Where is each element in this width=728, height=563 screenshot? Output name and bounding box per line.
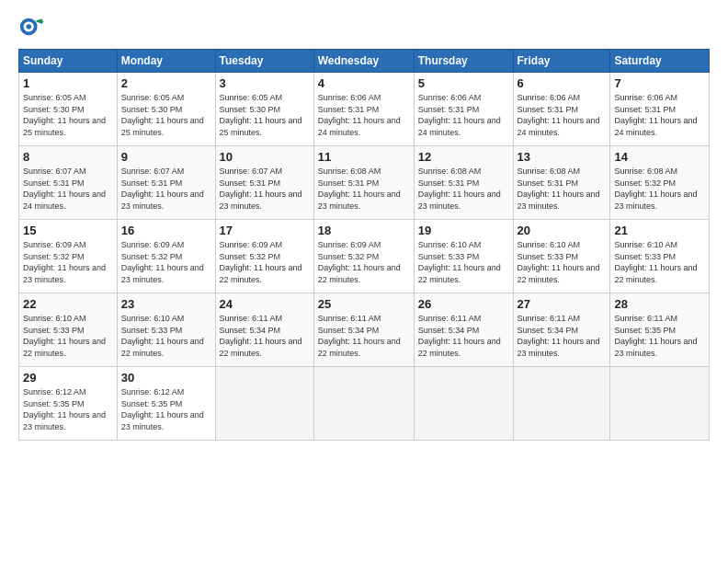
day-number: 5 <box>418 76 509 90</box>
day-header: Thursday <box>414 50 513 73</box>
header <box>18 14 710 40</box>
day-number: 7 <box>614 76 705 90</box>
day-info: Sunrise: 6:11 AMSunset: 5:34 PMDaylight:… <box>318 314 401 358</box>
day-number: 15 <box>23 224 113 237</box>
calendar-cell <box>610 367 710 441</box>
calendar-cell: 5 Sunrise: 6:06 AMSunset: 5:31 PMDayligh… <box>414 73 513 146</box>
day-number: 25 <box>318 297 410 311</box>
day-number: 28 <box>614 297 705 311</box>
day-number: 24 <box>220 297 310 311</box>
header-row: SundayMondayTuesdayWednesdayThursdayFrid… <box>19 50 710 73</box>
calendar-cell: 24 Sunrise: 6:11 AMSunset: 5:34 PMDaylig… <box>215 293 313 367</box>
day-info: Sunrise: 6:10 AMSunset: 5:33 PMDaylight:… <box>23 314 106 358</box>
calendar-cell: 10 Sunrise: 6:07 AMSunset: 5:31 PMDaylig… <box>215 146 313 220</box>
day-number: 17 <box>220 224 310 237</box>
day-info: Sunrise: 6:05 AMSunset: 5:30 PMDaylight:… <box>220 93 302 137</box>
day-info: Sunrise: 6:12 AMSunset: 5:35 PMDaylight:… <box>121 387 204 431</box>
day-info: Sunrise: 6:10 AMSunset: 5:33 PMDaylight:… <box>121 314 204 358</box>
calendar-cell: 8 Sunrise: 6:07 AMSunset: 5:31 PMDayligh… <box>19 146 118 220</box>
calendar-table: SundayMondayTuesdayWednesdayThursdayFrid… <box>18 49 710 441</box>
calendar-cell: 25 Sunrise: 6:11 AMSunset: 5:34 PMDaylig… <box>313 293 414 367</box>
day-info: Sunrise: 6:10 AMSunset: 5:33 PMDaylight:… <box>418 240 501 284</box>
week-row: 22 Sunrise: 6:10 AMSunset: 5:33 PMDaylig… <box>19 293 710 367</box>
day-number: 22 <box>23 297 113 311</box>
logo-icon <box>18 14 44 40</box>
calendar-cell: 19 Sunrise: 6:10 AMSunset: 5:33 PMDaylig… <box>414 220 513 293</box>
calendar-cell: 22 Sunrise: 6:10 AMSunset: 5:33 PMDaylig… <box>19 293 118 367</box>
day-number: 14 <box>614 150 705 164</box>
day-header: Wednesday <box>313 50 414 73</box>
day-info: Sunrise: 6:07 AMSunset: 5:31 PMDaylight:… <box>220 167 302 211</box>
day-number: 10 <box>220 150 310 164</box>
calendar-cell: 16 Sunrise: 6:09 AMSunset: 5:32 PMDaylig… <box>117 220 215 293</box>
day-info: Sunrise: 6:11 AMSunset: 5:34 PMDaylight:… <box>220 314 302 358</box>
day-number: 21 <box>614 224 705 237</box>
day-info: Sunrise: 6:10 AMSunset: 5:33 PMDaylight:… <box>518 240 600 284</box>
calendar-cell: 13 Sunrise: 6:08 AMSunset: 5:31 PMDaylig… <box>513 146 610 220</box>
day-number: 13 <box>518 150 607 164</box>
calendar-cell: 7 Sunrise: 6:06 AMSunset: 5:31 PMDayligh… <box>610 73 710 146</box>
day-number: 16 <box>121 224 211 237</box>
day-info: Sunrise: 6:11 AMSunset: 5:35 PMDaylight:… <box>614 314 697 358</box>
day-number: 6 <box>518 76 607 90</box>
day-info: Sunrise: 6:10 AMSunset: 5:33 PMDaylight:… <box>614 240 697 284</box>
calendar-cell: 21 Sunrise: 6:10 AMSunset: 5:33 PMDaylig… <box>610 220 710 293</box>
day-number: 23 <box>121 297 211 311</box>
calendar-cell: 20 Sunrise: 6:10 AMSunset: 5:33 PMDaylig… <box>513 220 610 293</box>
day-info: Sunrise: 6:08 AMSunset: 5:31 PMDaylight:… <box>318 167 401 211</box>
day-number: 12 <box>418 150 509 164</box>
day-number: 18 <box>318 224 410 237</box>
day-header: Friday <box>513 50 610 73</box>
calendar-cell: 17 Sunrise: 6:09 AMSunset: 5:32 PMDaylig… <box>215 220 313 293</box>
day-info: Sunrise: 6:08 AMSunset: 5:31 PMDaylight:… <box>418 167 501 211</box>
day-number: 8 <box>23 150 113 164</box>
day-info: Sunrise: 6:07 AMSunset: 5:31 PMDaylight:… <box>23 167 106 211</box>
day-number: 20 <box>518 224 607 237</box>
day-info: Sunrise: 6:09 AMSunset: 5:32 PMDaylight:… <box>23 240 106 284</box>
calendar-cell: 11 Sunrise: 6:08 AMSunset: 5:31 PMDaylig… <box>313 146 414 220</box>
day-info: Sunrise: 6:09 AMSunset: 5:32 PMDaylight:… <box>220 240 302 284</box>
day-number: 2 <box>121 76 211 90</box>
day-number: 3 <box>220 76 310 90</box>
calendar-cell: 6 Sunrise: 6:06 AMSunset: 5:31 PMDayligh… <box>513 73 610 146</box>
day-info: Sunrise: 6:11 AMSunset: 5:34 PMDaylight:… <box>418 314 501 358</box>
calendar-cell: 4 Sunrise: 6:06 AMSunset: 5:31 PMDayligh… <box>313 73 414 146</box>
week-row: 1 Sunrise: 6:05 AMSunset: 5:30 PMDayligh… <box>19 73 710 146</box>
day-info: Sunrise: 6:07 AMSunset: 5:31 PMDaylight:… <box>121 167 204 211</box>
day-number: 27 <box>518 297 607 311</box>
day-number: 4 <box>318 76 410 90</box>
day-number: 11 <box>318 150 410 164</box>
day-number: 1 <box>23 76 113 90</box>
calendar-cell: 1 Sunrise: 6:05 AMSunset: 5:30 PMDayligh… <box>19 73 118 146</box>
calendar-cell <box>513 367 610 441</box>
calendar-cell: 12 Sunrise: 6:08 AMSunset: 5:31 PMDaylig… <box>414 146 513 220</box>
day-number: 26 <box>418 297 509 311</box>
calendar-cell: 29 Sunrise: 6:12 AMSunset: 5:35 PMDaylig… <box>19 367 118 441</box>
day-info: Sunrise: 6:08 AMSunset: 5:31 PMDaylight:… <box>518 167 600 211</box>
calendar-cell: 2 Sunrise: 6:05 AMSunset: 5:30 PMDayligh… <box>117 73 215 146</box>
calendar-cell: 28 Sunrise: 6:11 AMSunset: 5:35 PMDaylig… <box>610 293 710 367</box>
calendar-cell: 23 Sunrise: 6:10 AMSunset: 5:33 PMDaylig… <box>117 293 215 367</box>
calendar-cell <box>414 367 513 441</box>
day-number: 29 <box>23 371 113 385</box>
calendar-cell: 14 Sunrise: 6:08 AMSunset: 5:32 PMDaylig… <box>610 146 710 220</box>
day-header: Tuesday <box>215 50 313 73</box>
week-row: 15 Sunrise: 6:09 AMSunset: 5:32 PMDaylig… <box>19 220 710 293</box>
calendar-cell <box>313 367 414 441</box>
day-info: Sunrise: 6:09 AMSunset: 5:32 PMDaylight:… <box>318 240 401 284</box>
day-info: Sunrise: 6:06 AMSunset: 5:31 PMDaylight:… <box>418 93 501 137</box>
logo <box>18 14 48 40</box>
day-info: Sunrise: 6:06 AMSunset: 5:31 PMDaylight:… <box>318 93 401 137</box>
day-header: Monday <box>117 50 215 73</box>
day-info: Sunrise: 6:08 AMSunset: 5:32 PMDaylight:… <box>614 167 697 211</box>
day-info: Sunrise: 6:06 AMSunset: 5:31 PMDaylight:… <box>614 93 697 137</box>
day-info: Sunrise: 6:05 AMSunset: 5:30 PMDaylight:… <box>121 93 204 137</box>
day-info: Sunrise: 6:06 AMSunset: 5:31 PMDaylight:… <box>518 93 600 137</box>
day-header: Sunday <box>19 50 118 73</box>
day-info: Sunrise: 6:12 AMSunset: 5:35 PMDaylight:… <box>23 387 106 431</box>
calendar-cell: 15 Sunrise: 6:09 AMSunset: 5:32 PMDaylig… <box>19 220 118 293</box>
day-number: 9 <box>121 150 211 164</box>
day-info: Sunrise: 6:09 AMSunset: 5:32 PMDaylight:… <box>121 240 204 284</box>
day-header: Saturday <box>610 50 710 73</box>
week-row: 8 Sunrise: 6:07 AMSunset: 5:31 PMDayligh… <box>19 146 710 220</box>
